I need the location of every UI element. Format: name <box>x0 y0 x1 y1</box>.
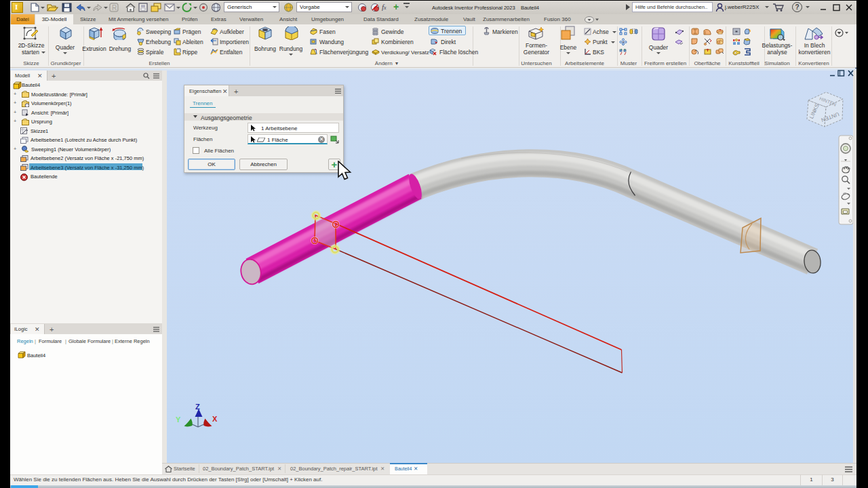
svg-text:Z: Z <box>195 403 200 411</box>
svg-text:Y: Y <box>176 415 181 424</box>
svg-text:X: X <box>212 415 218 423</box>
